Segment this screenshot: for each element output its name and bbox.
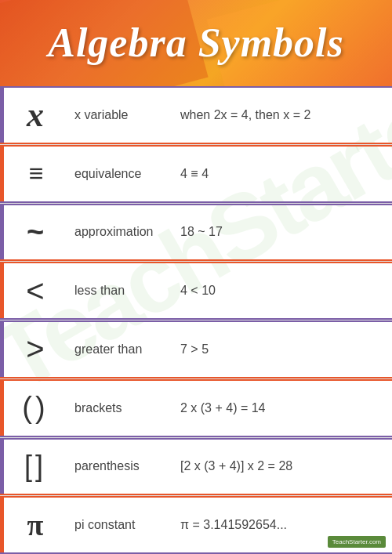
row-bottom-line: [0, 201, 392, 203]
example-cell-less-than: 4 < 10: [172, 284, 392, 298]
symbol-cell-equivalence: ≡: [0, 159, 71, 188]
symbol-approximation: ~: [27, 215, 44, 249]
row-greater-than: > greater than 7 > 5: [0, 320, 392, 379]
row-top-line: [0, 379, 392, 381]
name-cell-approximation: approximation: [71, 225, 172, 239]
row-parenthesis: [] parenthesis [2 x (3 + 4)] x 2 = 28: [0, 438, 392, 497]
symbol-brackets: (): [22, 391, 48, 425]
symbol-cell-brackets: (): [0, 391, 71, 425]
symbol-pi-constant: π: [27, 508, 44, 542]
row-approximation: ~ approximation 18 ~ 17: [0, 204, 392, 263]
example-cell-greater-than: 7 > 5: [172, 342, 392, 357]
row-top-line: [0, 86, 392, 88]
row-top-line: [0, 204, 392, 205]
row-x-variable: x x variable when 2x = 4, then x = 2: [0, 86, 392, 145]
row-top-line: [0, 262, 392, 263]
header: Algebra Symbols: [0, 0, 392, 86]
row-bottom-line: [0, 318, 392, 320]
name-cell-parenthesis: parenthesis: [71, 459, 172, 473]
name-cell-pi-constant: pi constant: [71, 518, 172, 532]
symbol-cell-approximation: ~: [0, 215, 71, 249]
content-area: TeachStarter x x variable when 2x = 4, t…: [0, 86, 392, 554]
name-cell-brackets: brackets: [71, 401, 172, 415]
name-cell-equivalence: equivalence: [71, 167, 172, 181]
example-cell-parenthesis: [2 x (3 + 4)] x 2 = 28: [172, 459, 392, 473]
footer-badge: TeachStarter.com: [328, 536, 386, 548]
row-bottom-line: [0, 259, 392, 261]
example-cell-approximation: 18 ~ 17: [172, 225, 392, 239]
example-cell-x-variable: when 2x = 4, then x = 2: [172, 108, 392, 122]
example-cell-pi-constant: π = 3.141592654...: [172, 518, 392, 532]
symbol-less-than: <: [26, 273, 44, 309]
symbol-cell-greater-than: >: [0, 331, 71, 367]
row-equivalence: ≡ equivalence 4 ≡ 4: [0, 145, 392, 204]
row-less-than: < less than 4 < 10: [0, 262, 392, 320]
symbol-cell-less-than: <: [0, 273, 71, 309]
name-cell-x-variable: x variable: [71, 108, 172, 122]
row-top-line: [0, 496, 392, 498]
symbol-cell-pi-constant: π: [0, 508, 71, 542]
symbol-equivalence: ≡: [29, 159, 42, 188]
row-top-line: [0, 320, 392, 322]
symbol-cell-parenthesis: []: [0, 450, 71, 483]
symbol-greater-than: >: [26, 331, 44, 367]
row-bottom-line: [0, 494, 392, 495]
page-title: Algebra Symbols: [0, 0, 392, 86]
row-bottom-line: [0, 436, 392, 437]
name-cell-less-than: less than: [71, 284, 172, 298]
row-brackets: () brackets 2 x (3 + 4) = 14: [0, 379, 392, 438]
name-cell-greater-than: greater than: [71, 342, 172, 357]
row-bottom-line: [0, 377, 392, 378]
page: Algebra Symbols TeachStarter x x variabl…: [0, 0, 392, 554]
row-top-line: [0, 145, 392, 147]
symbol-x-variable: x: [27, 95, 44, 135]
row-top-line: [0, 438, 392, 440]
example-cell-equivalence: 4 ≡ 4: [172, 167, 392, 181]
symbol-parenthesis: []: [24, 450, 46, 483]
symbol-cell-x-variable: x: [0, 95, 71, 135]
row-bottom-line: [0, 143, 392, 144]
example-cell-brackets: 2 x (3 + 4) = 14: [172, 401, 392, 415]
